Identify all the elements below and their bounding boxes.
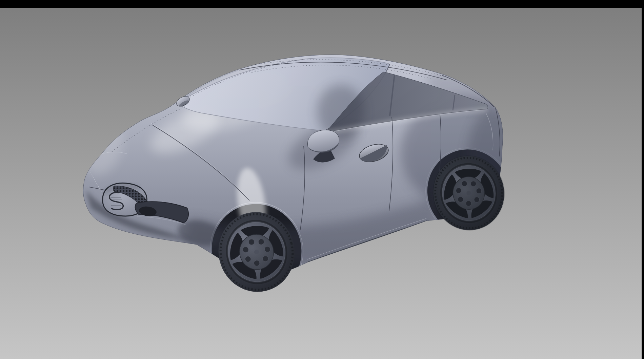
right-black-strip: [642, 0, 644, 359]
app-window: [0, 0, 644, 359]
top-black-bar: [0, 0, 644, 8]
viewport-3d[interactable]: [0, 0, 644, 359]
